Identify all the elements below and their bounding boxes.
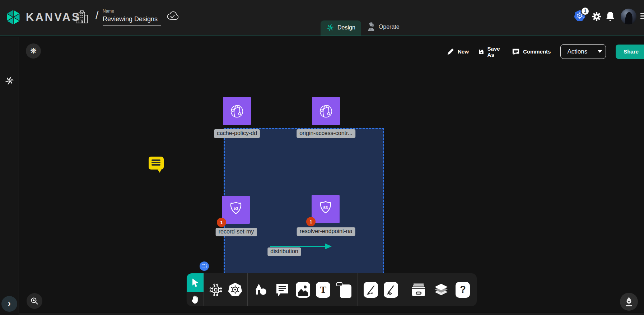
name-field-label: Name [103, 9, 161, 14]
new-label: New [458, 48, 469, 55]
kanvas-hexagon-icon [5, 9, 22, 26]
tab-design-label: Design [337, 24, 355, 31]
help-icon: ? [456, 282, 470, 298]
user-avatar[interactable] [621, 9, 636, 24]
tool-pointer[interactable] [187, 273, 204, 292]
tool-image[interactable] [296, 282, 310, 298]
save-as-label: Save As [487, 46, 502, 58]
svg-text:53: 53 [234, 206, 238, 210]
drawer-archive-icon [411, 283, 426, 297]
route53-shield-icon: 53 [226, 200, 246, 220]
tab-operate-label: Operate [379, 24, 400, 30]
tool-help[interactable]: ? [456, 282, 470, 298]
hand-icon [190, 295, 200, 304]
tab-design[interactable]: Design [321, 20, 361, 36]
flower-icon: ❋ [30, 47, 37, 55]
brand-name: KANVAS [26, 11, 81, 24]
chevron-down-icon [598, 50, 602, 53]
frame-icon [336, 282, 351, 298]
tool-pan-hand[interactable] [187, 292, 204, 306]
comment-bubble-icon [512, 48, 520, 56]
cloud-saved-icon [166, 11, 179, 22]
cloudfront-globe-icon [317, 102, 335, 120]
magnifier-plus-icon [30, 297, 39, 305]
node-resolver-endpoint[interactable]: 53 [312, 195, 340, 223]
canvas-comment-marker[interactable] [149, 157, 164, 170]
node-label: record-set-my [216, 228, 257, 236]
tool-comment[interactable] [275, 283, 290, 297]
tool-kubernetes[interactable] [228, 282, 243, 297]
brand-logo[interactable]: KANVAS [5, 9, 81, 26]
kanvas-app: KANVAS / Name Design [0, 0, 644, 315]
notifications-bell-icon[interactable] [606, 11, 615, 22]
image-icon [296, 282, 310, 298]
sidebar-expand-button[interactable]: › [1, 296, 17, 312]
kubernetes-helm-icon [228, 282, 243, 297]
design-spiral-icon [326, 24, 334, 32]
node-record-set[interactable]: 53 [222, 196, 250, 224]
tool-text[interactable]: T [316, 282, 330, 298]
actions-dropdown-button[interactable]: Actions [560, 44, 606, 59]
breadcrumb-separator: / [95, 9, 98, 22]
node-count-badge: 1 [306, 217, 316, 226]
pencil-sketch-icon [384, 282, 398, 298]
bottom-edge-strip [0, 312, 644, 315]
design-name-input[interactable] [103, 15, 161, 26]
mode-tabs: Design Operate [321, 19, 405, 36]
save-floppy-icon [479, 48, 484, 56]
canvas-actions-bar: New Save As Comments Actions Share [447, 44, 644, 59]
new-button[interactable]: New [447, 48, 469, 55]
comment-tool-icon [275, 283, 290, 297]
bottom-toolbar: T [187, 273, 477, 306]
tool-pen[interactable] [364, 282, 378, 298]
tool-frame[interactable] [336, 282, 351, 298]
header-bar: KANVAS / Name Design [0, 0, 644, 36]
node-count-badge: 1 [217, 218, 226, 227]
tool-mesh-components[interactable] [209, 283, 223, 297]
node-label: origin-access-contr... [297, 129, 355, 138]
share-button[interactable]: Share [616, 45, 644, 59]
shapes-icon [253, 282, 269, 297]
left-sidebar [0, 37, 19, 315]
pen-nib-icon [625, 297, 633, 307]
kubernetes-count-badge: 1 [582, 8, 589, 15]
node-cache-policy[interactable] [223, 97, 251, 125]
group-selection-handle[interactable] [200, 261, 209, 271]
node-label: cache-policy-dd [214, 129, 260, 138]
tool-catalog-drawer[interactable] [411, 283, 426, 297]
save-as-button[interactable]: Save As [479, 46, 502, 58]
cloudfront-globe-icon [228, 102, 246, 120]
operate-headset-icon [367, 22, 375, 32]
pencil-new-icon [447, 48, 454, 55]
design-name-block: Name [103, 9, 161, 26]
comments-button[interactable]: Comments [512, 48, 551, 56]
meshery-spiral-icon[interactable] [5, 76, 14, 85]
route53-shield-icon: 53 [316, 199, 336, 219]
actions-caret[interactable] [594, 45, 606, 59]
svg-text:53: 53 [323, 205, 328, 210]
group-label: distribution [267, 247, 301, 256]
tool-shapes[interactable] [253, 282, 269, 297]
zoom-in-button[interactable] [27, 293, 42, 309]
marquee-icon [202, 264, 207, 268]
tab-operate[interactable]: Operate [361, 19, 405, 36]
share-label[interactable]: Share [616, 45, 644, 59]
node-origin-access-control[interactable] [312, 97, 340, 125]
component-circuit-icon [209, 283, 223, 297]
annotate-pen-button[interactable] [620, 293, 638, 311]
tool-layers[interactable] [433, 282, 449, 297]
comments-label: Comments [523, 48, 551, 55]
canvas-widgets-button[interactable]: ❋ [26, 43, 41, 59]
organization-icon[interactable] [75, 10, 88, 24]
settings-gear-icon[interactable] [592, 11, 602, 22]
actions-label[interactable]: Actions [561, 45, 594, 59]
text-tool-icon: T [316, 282, 330, 298]
cursor-arrow-icon [190, 278, 200, 288]
overflow-menu-icon[interactable] [640, 13, 644, 20]
tool-pencil[interactable] [384, 282, 398, 298]
layers-icon [433, 282, 449, 297]
pen-path-icon [364, 282, 378, 298]
node-label: resolver-endpoint-na [297, 227, 355, 236]
